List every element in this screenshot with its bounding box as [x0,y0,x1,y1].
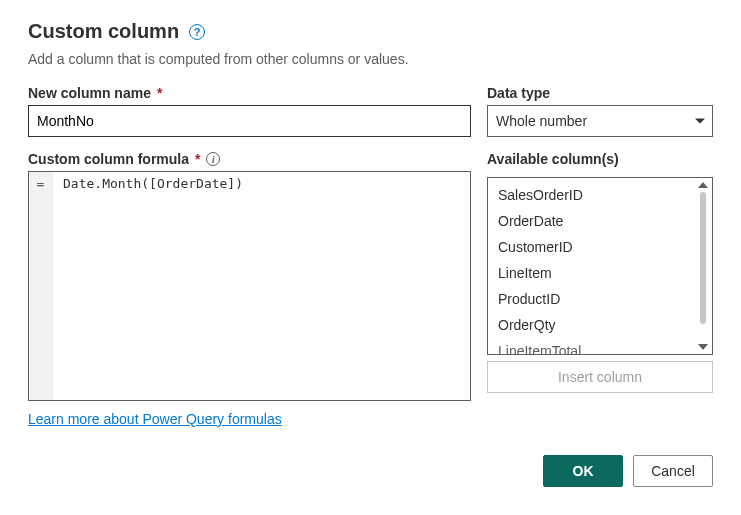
dialog-title: Custom column [28,20,179,43]
available-columns-list[interactable]: SalesOrderID OrderDate CustomerID LineIt… [487,177,713,355]
scrollbar[interactable] [696,182,710,350]
required-indicator: * [157,85,162,101]
insert-column-button[interactable]: Insert column [487,361,713,393]
chevron-down-icon [695,119,705,124]
data-type-select[interactable]: Whole number [487,105,713,137]
formula-gutter: = [29,172,53,400]
help-icon[interactable]: ? [189,24,205,40]
column-name-label: New column name * [28,85,471,101]
list-item[interactable]: OrderQty [498,312,712,338]
formula-text[interactable]: Date.Month([OrderDate]) [53,172,470,400]
data-type-label: Data type [487,85,713,101]
list-item[interactable]: LineItem [498,260,712,286]
formula-editor[interactable]: = Date.Month([OrderDate]) [28,171,471,401]
scroll-up-icon[interactable] [698,182,708,188]
learn-more-link[interactable]: Learn more about Power Query formulas [28,411,282,427]
required-indicator: * [195,151,200,167]
list-item[interactable]: OrderDate [498,208,712,234]
list-item[interactable]: SalesOrderID [498,182,712,208]
formula-label: Custom column formula * i [28,151,471,167]
cancel-button[interactable]: Cancel [633,455,713,487]
scroll-down-icon[interactable] [698,344,708,350]
list-item[interactable]: CustomerID [498,234,712,260]
list-item[interactable]: LineItemTotal [498,338,712,355]
info-icon[interactable]: i [206,152,220,166]
dialog-subtitle: Add a column that is computed from other… [28,51,713,67]
scroll-thumb[interactable] [700,192,706,324]
available-columns-label: Available column(s) [487,151,713,167]
list-item[interactable]: ProductID [498,286,712,312]
column-name-input[interactable] [28,105,471,137]
ok-button[interactable]: OK [543,455,623,487]
